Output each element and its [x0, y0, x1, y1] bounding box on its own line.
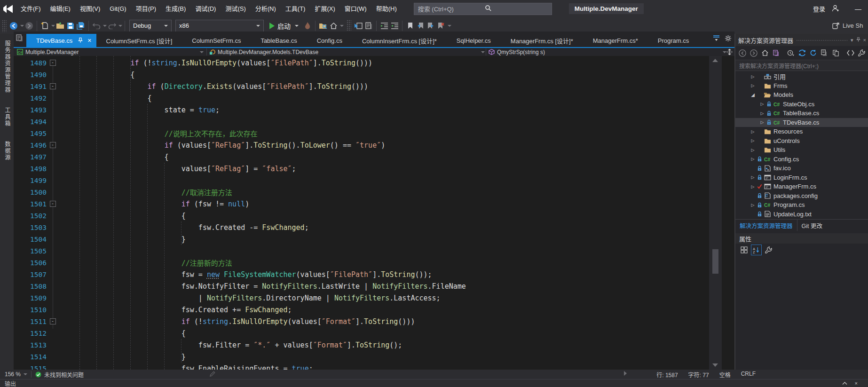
tree-item-updatelog-txt[interactable]: UpdateLog.txt — [735, 210, 868, 219]
code-line[interactable]: 1514 } — [14, 351, 722, 363]
code-line[interactable]: 1513 fsw.Filter = ″*.″ + values[″Format″… — [14, 339, 722, 351]
code-line[interactable]: 1501- if (fsw != null) — [14, 198, 722, 210]
decrease-indent-button[interactable] — [379, 21, 389, 31]
code-line[interactable]: 1497 { — [14, 151, 722, 163]
start-debugging-button[interactable]: 启动 — [269, 21, 299, 31]
output-panel-label[interactable]: 输出 — [5, 379, 16, 387]
breadcrumb-member[interactable]: QmyStrSp(string s) — [489, 48, 726, 56]
document-tab-3[interactable]: TableBase.cs — [251, 34, 307, 47]
save-button[interactable] — [65, 21, 76, 31]
live-share-button[interactable]: Live Sh — [832, 17, 868, 34]
document-tab-7[interactable]: ManagerFrm.cs [设计]* — [501, 34, 583, 47]
save-all-button[interactable] — [76, 21, 86, 31]
document-tab-0[interactable]: TDevBase.cs× — [26, 34, 96, 47]
tree-collapsed-arrow-icon[interactable]: ▷ — [759, 120, 765, 125]
se-sync-with-active-document-button[interactable] — [797, 48, 807, 58]
se-collapse-all-button[interactable] — [820, 48, 829, 58]
tree-item-stateobj-cs[interactable]: ▷C#StateObj.cs — [735, 100, 868, 109]
document-tab-5[interactable]: ColumnInsertFrm.cs [设计]* — [352, 34, 447, 47]
auto-hide-pin-icon[interactable] — [856, 37, 860, 43]
editor-vertical-scrollbar[interactable] — [709, 56, 722, 370]
document-health-indicator[interactable]: 未找到相关问题 — [35, 371, 84, 379]
find-in-files-button[interactable] — [318, 21, 328, 31]
code-line[interactable]: 1495 //说明上次不存在，此次存在 — [14, 127, 722, 139]
breadcrumb-type[interactable]: Multiple.DevManager.Models.TDevBase — [209, 48, 485, 56]
se-view-code-button[interactable] — [845, 48, 855, 58]
status-line[interactable]: 行: 1587 — [656, 371, 678, 379]
tree-item-managerfrm-cs[interactable]: ▷ManagerFrm.cs — [735, 182, 868, 191]
output-panel-bar[interactable]: 输出 × — [0, 379, 868, 387]
tree-item-packages-config[interactable]: packages.config — [735, 191, 868, 201]
menu-item-5[interactable]: 生成(B) — [161, 3, 190, 15]
close-panel-icon[interactable]: × — [863, 37, 866, 43]
scroll-up-arrow[interactable] — [712, 59, 718, 62]
tree-collapsed-arrow-icon[interactable]: ▷ — [750, 83, 756, 88]
tree-item--[interactable]: ▷引用 — [735, 72, 868, 81]
code-line[interactable]: 1505 — [14, 245, 722, 257]
tree-item-tdevbase-cs[interactable]: ▷C#TDevBase.cs — [735, 118, 868, 127]
fold-collapse-box[interactable]: - — [50, 142, 56, 148]
toggle-bookmark-button[interactable] — [405, 21, 415, 31]
tree-item-models[interactable]: ◢Models — [735, 90, 868, 100]
document-tab-9[interactable]: Program.cs — [648, 34, 699, 47]
solution-configuration-dropdown[interactable]: Debug — [129, 20, 172, 32]
status-line-ending[interactable]: CRLF — [741, 371, 756, 379]
tree-item-tablebase-cs[interactable]: ▷C#TableBase.cs — [735, 109, 868, 118]
code-line[interactable]: 1491- if (Directory.Exists(values[″FileP… — [14, 80, 722, 92]
menu-item-10[interactable]: 扩展(X) — [310, 3, 339, 15]
document-tab-6[interactable]: SqlHelper.cs — [447, 34, 501, 47]
panel-tab-0[interactable]: 解决方案资源管理器 — [735, 220, 797, 231]
redo-button[interactable] — [107, 21, 117, 31]
fold-collapse-box[interactable]: - — [50, 60, 56, 66]
tree-item-fav-ico[interactable]: fav.ico — [735, 164, 868, 173]
solution-explorer-search-box[interactable]: 搜索解决方案资源管理器(Ctrl+;) — [735, 60, 868, 71]
navigate-back-dropdown[interactable] — [20, 25, 24, 27]
tree-collapsed-arrow-icon[interactable]: ▷ — [750, 184, 756, 189]
code-line[interactable]: 1504 } — [14, 233, 722, 245]
tree-item-config-cs[interactable]: ▷C#Config.cs — [735, 155, 868, 164]
code-line[interactable]: 1507 fsw = new FileSystemWatcher(values[… — [14, 269, 722, 280]
tree-collapsed-arrow-icon[interactable]: ▷ — [750, 138, 756, 143]
code-line[interactable]: 1492 { — [14, 92, 722, 104]
home-dropdown[interactable] — [340, 25, 344, 27]
previous-bookmark-button[interactable] — [415, 21, 426, 31]
tab-overflow-button[interactable] — [713, 35, 720, 44]
quick-search-box[interactable]: 搜索 (Ctrl+Q) — [414, 3, 552, 15]
undo-button[interactable] — [91, 21, 102, 31]
new-file-button[interactable] — [39, 21, 50, 31]
document-tab-1[interactable]: ColumnSetFrm.cs [设计] — [96, 34, 182, 47]
document-tab-4[interactable]: Config.cs — [307, 34, 352, 47]
navigate-forward-button[interactable] — [24, 21, 34, 31]
se-properties-button[interactable] — [857, 48, 867, 58]
props-alphabetical-sort-button[interactable]: AZ — [751, 245, 762, 255]
code-editor[interactable]: 1489- if (!string.IsNullOrEmpty(values[″… — [14, 56, 722, 370]
toolbar-drag-handle[interactable] — [2, 20, 7, 32]
code-line[interactable]: 1498 values[″ReFlag″] = ″false″; — [14, 163, 722, 174]
horizontal-scroll-right-arrow[interactable] — [624, 371, 627, 376]
document-tab-8[interactable]: ManagerFrm.cs* — [583, 34, 648, 47]
scroll-down-arrow[interactable] — [712, 363, 718, 367]
code-line[interactable]: 1499 — [14, 174, 722, 186]
code-line[interactable]: 1493 state = true; — [14, 104, 722, 116]
tab-settings-gear-icon[interactable] — [725, 35, 732, 44]
code-line[interactable]: 1515 fsw.EnableRaisingEvents = true; — [14, 363, 722, 370]
clear-bookmarks-button[interactable] — [436, 21, 446, 31]
status-column[interactable]: 字符: 77 — [688, 371, 709, 379]
menu-item-11[interactable]: 窗口(W) — [340, 3, 371, 15]
se-back-button[interactable] — [737, 48, 747, 58]
menu-item-3[interactable]: Git(G) — [105, 3, 131, 15]
solution-explorer-title-bar[interactable]: 解决方案资源管理器 ▾ × — [735, 34, 868, 46]
tree-item-utils[interactable]: ▷Utils — [735, 145, 868, 155]
navigate-to-cursor-button[interactable] — [353, 21, 363, 31]
left-strip-tab-1[interactable]: 工具箱 — [3, 103, 11, 132]
tree-item-frms[interactable]: ▷Frms — [735, 81, 868, 91]
menu-item-7[interactable]: 测试(S) — [221, 3, 250, 15]
se-home-button[interactable] — [760, 48, 770, 58]
menu-item-2[interactable]: 视图(V) — [75, 3, 105, 15]
menu-item-8[interactable]: 分析(N) — [251, 3, 281, 15]
tree-item-program-cs[interactable]: ▷C#Program.cs — [735, 200, 868, 210]
left-strip-tab-2[interactable]: 数据源 — [3, 136, 11, 166]
fold-collapse-box[interactable]: - — [50, 83, 56, 89]
se-show-all-files-button[interactable] — [831, 48, 841, 58]
close-output-icon[interactable]: × — [855, 380, 858, 386]
